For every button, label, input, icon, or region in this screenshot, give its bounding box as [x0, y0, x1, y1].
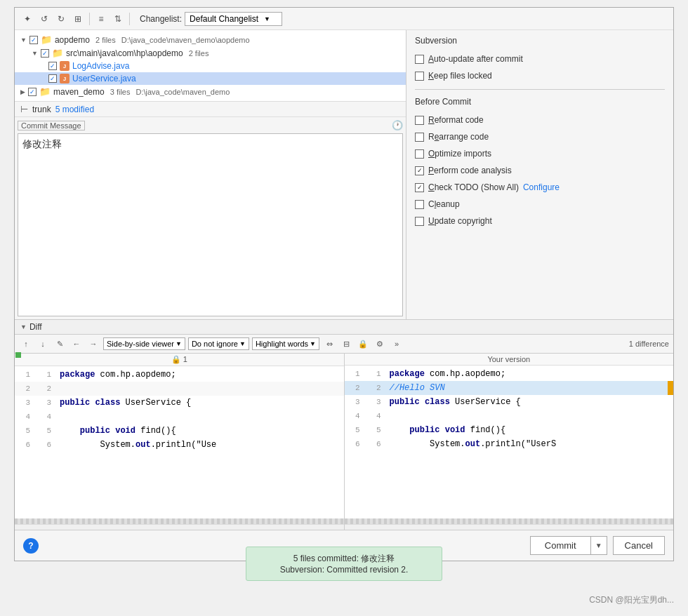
separator-1: [89, 13, 90, 25]
diff-right-line-6: 6 6 System.out.println("UserS: [345, 437, 674, 451]
diff-section: ▼ Diff ↑ ↓ ✎ ← → Side-by-side viewer ▼ D…: [15, 319, 673, 530]
configure-link[interactable]: Configure: [523, 182, 560, 192]
scrollbar-left[interactable]: [15, 524, 344, 530]
checkbox-logadvise[interactable]: [48, 62, 57, 70]
toast-notification: 5 files committed: 修改注释 Subversion: Comm…: [246, 547, 442, 581]
cleanup-label[interactable]: Cleanup: [428, 199, 460, 209]
reformat-label[interactable]: Reformat code: [428, 115, 484, 125]
checkbox-rearrange[interactable]: [415, 133, 424, 142]
right-arrow-btn[interactable]: →: [86, 337, 100, 351]
tree-item-src[interactable]: ▼ 📁 src\main\java\com\hp\aopdemo 2 files: [15, 46, 406, 60]
add-btn[interactable]: ✦: [20, 12, 34, 26]
help-button[interactable]: ?: [23, 538, 39, 554]
commit-button[interactable]: Commit: [530, 536, 591, 555]
checkbox-auto-update[interactable]: [415, 55, 424, 64]
tree-item-userservice[interactable]: J UserService.java: [15, 72, 406, 85]
branch-name: trunk: [32, 105, 51, 114]
diff-right-line-2: 2 2 //Hello SVN: [345, 381, 674, 395]
java-icon-logadvise: J: [60, 61, 70, 71]
src-count: 2 files: [189, 49, 209, 58]
keep-locked-label[interactable]: Keep files locked: [428, 71, 492, 81]
diff-right-line-5: 5 5 public void find(){: [345, 423, 674, 437]
option-check-todo: Check TODO (Show All) Configure: [415, 181, 665, 194]
clock-icon[interactable]: 🕐: [392, 120, 403, 130]
diff-left-content: 1 1 package com.hp.aopdemo; 2 2 3 3 p: [15, 366, 344, 518]
option-code-analysis: Perform code analysis: [415, 164, 665, 177]
zigzag-right: [345, 518, 674, 524]
check-todo-label[interactable]: Check TODO (Show All): [428, 182, 519, 192]
watermark: CSDN @阳光宝男dh...: [589, 594, 674, 606]
checkbox-userservice[interactable]: [48, 74, 57, 83]
checkbox-check-todo[interactable]: [415, 183, 424, 192]
checkbox-keep-locked[interactable]: [415, 72, 424, 81]
cancel-button[interactable]: Cancel: [613, 536, 665, 555]
down-arrow-btn[interactable]: ↓: [36, 337, 50, 351]
file-path: D:\java_code\maven_demo\aopdemo: [121, 36, 250, 44]
diff-collapse-icon[interactable]: ▼: [20, 323, 27, 330]
tree-item-aopdemo[interactable]: ▼ 📁 aopdemo 2 files D:\java_code\maven_d…: [15, 33, 406, 46]
refresh-btn[interactable]: ↻: [54, 12, 68, 26]
checkbox-cleanup[interactable]: [415, 200, 424, 209]
diff-left-line-1: 1 1 package com.hp.aopdemo;: [15, 368, 344, 382]
file-count: 2 files: [95, 36, 116, 44]
align-btn[interactable]: ⇔: [322, 337, 336, 351]
folder-icon-maven: 📁: [39, 86, 51, 97]
checkbox-copyright[interactable]: [415, 217, 424, 226]
tree-item-maven[interactable]: ▶ 📁 maven_demo 3 files D:\java_code\mave…: [15, 85, 406, 98]
columns-btn[interactable]: ⊟: [339, 337, 353, 351]
ignore-dropdown[interactable]: Do not ignore ▼: [188, 337, 249, 350]
code-analysis-label[interactable]: Perform code analysis: [428, 166, 512, 175]
commit-dropdown-button[interactable]: ▼: [591, 536, 607, 555]
checkbox-reformat[interactable]: [415, 116, 424, 125]
checkbox-code-analysis[interactable]: [415, 166, 424, 175]
logadvise-name: LogAdvise.java: [72, 61, 129, 71]
lock-line-icon: 🔒: [171, 355, 181, 363]
up-arrow-btn[interactable]: ↑: [19, 337, 33, 351]
lock-btn[interactable]: 🔒: [356, 337, 370, 351]
undo-btn[interactable]: ↺: [37, 12, 51, 26]
group-btn[interactable]: ⊞: [71, 12, 85, 26]
divider: [415, 89, 665, 90]
rearrange-label[interactable]: Rearrange code: [428, 132, 489, 142]
diff-left-line-6: 6 6 System.out.println("Use: [15, 438, 344, 452]
more-btn[interactable]: »: [390, 337, 404, 351]
diff-left-line-5: 5 5 public void find(){: [15, 424, 344, 438]
separator-2: [129, 13, 130, 25]
diff-right-pane: Your version 1 1 package com.hp.aopdemo;…: [345, 354, 674, 530]
change-indicator: [668, 381, 673, 395]
optimize-label[interactable]: Optimize imports: [428, 149, 491, 159]
tree-item-logadvise[interactable]: J LogAdvise.java: [15, 60, 406, 72]
sort-btn[interactable]: ⇅: [111, 12, 125, 26]
settings-btn[interactable]: ⚙: [373, 337, 387, 351]
option-optimize: Optimize imports: [415, 147, 665, 160]
option-copyright: Update copyright: [415, 215, 665, 227]
option-keep-locked: Keep files locked: [415, 69, 665, 82]
modified-count: 5 modified: [55, 105, 94, 114]
checkbox-optimize[interactable]: [415, 149, 424, 159]
viewer-dropdown[interactable]: Side-by-side viewer ▼: [103, 337, 185, 350]
diff-right-line-4: 4 4: [345, 409, 674, 423]
folder-icon: 📁: [41, 34, 52, 45]
checkbox-src[interactable]: [41, 49, 49, 58]
copyright-label[interactable]: Update copyright: [428, 216, 492, 226]
diff-left-pane: 🔒 1 1 1 package com.hp.aopdemo; 2 2: [15, 354, 344, 530]
diff-content: 🔒 1 1 1 package com.hp.aopdemo; 2 2: [15, 354, 673, 530]
scrollbar-right[interactable]: [345, 524, 674, 530]
diff-right-content: 1 1 package com.hp.aopdemo; 2 2 //Hello …: [345, 366, 674, 518]
commit-message-section: Commit Message 🕐 修改注释: [15, 117, 406, 319]
checkbox-aopdemo[interactable]: [29, 36, 38, 44]
edit-btn[interactable]: ✎: [53, 337, 67, 351]
highlight-dropdown[interactable]: Highlight words ▼: [252, 337, 319, 350]
auto-update-label[interactable]: Auto-update after commit: [428, 54, 523, 64]
list-btn[interactable]: ≡: [94, 12, 108, 26]
left-arrow-btn[interactable]: ←: [70, 337, 84, 351]
commit-textarea[interactable]: 修改注释: [18, 133, 403, 316]
toast-line2: Subversion: Committed revision 2.: [256, 565, 432, 575]
diff-left-line-3: 3 3 public class UserService {: [15, 396, 344, 410]
maven-path: D:\java_code\maven_demo: [135, 88, 230, 96]
option-cleanup: Cleanup: [415, 198, 665, 210]
java-icon-userservice: J: [60, 74, 70, 83]
changelist-dropdown[interactable]: Default Changelist ▼: [185, 12, 282, 26]
checkbox-maven[interactable]: [28, 88, 37, 96]
folder-name: aopdemo: [55, 35, 90, 45]
